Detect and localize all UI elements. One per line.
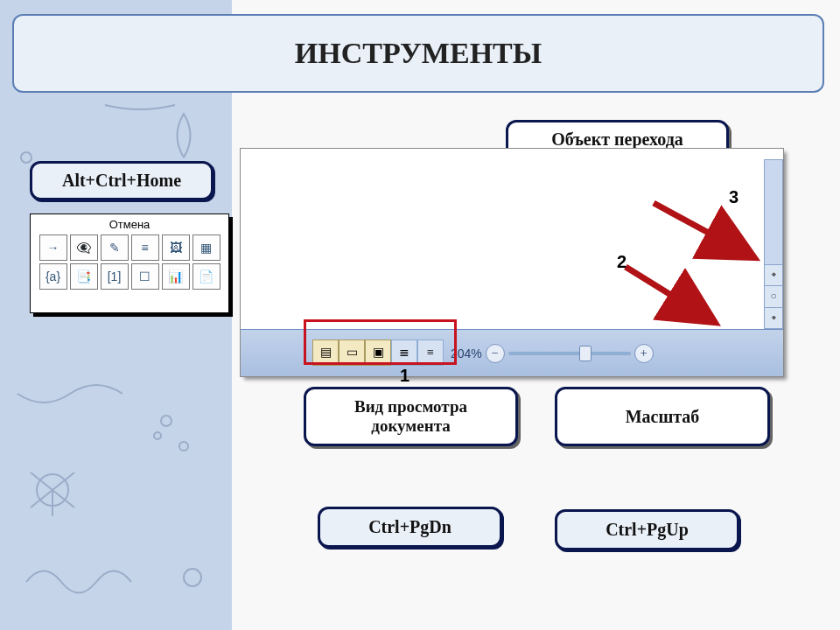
title-panel: ИНСТРУМЕНТЫ [12, 14, 824, 93]
zoom-label: Масштаб [626, 407, 700, 427]
zoom-percentage[interactable]: 204% [451, 346, 482, 360]
svg-point-4 [154, 432, 161, 439]
svg-point-3 [161, 416, 172, 426]
word-screenshot: 🠹 ○ 🠻 3 2 ▤ ▭ ▣ ≣ ≡ 204% − + 1 [241, 149, 783, 376]
navigation-dialog: Отмена → 👁‍🗨 ✎ ≡ 🖼 ▦ {a} 📑 [1] ☐ 📊 📄 [30, 214, 229, 313]
callout-pgdn: Ctrl+PgDn [318, 507, 502, 548]
nav-cell-footnote[interactable]: [1] [101, 263, 129, 290]
view-fullscreen-button[interactable]: ▭ [339, 340, 365, 366]
nav-object-label: Объект перехода [551, 130, 683, 150]
page-title: ИНСТРУМЕНТЫ [295, 37, 542, 70]
nav-cell-find[interactable]: 👁‍🗨 [70, 234, 98, 261]
svg-line-6 [654, 203, 755, 258]
zoom-out-button[interactable]: − [486, 344, 505, 363]
callout-shortcut-home: Alt+Ctrl+Home [30, 161, 214, 200]
zoom-group: 204% − + [451, 344, 654, 363]
decorative-sidebar [0, 0, 232, 630]
svg-line-7 [626, 267, 716, 323]
view-buttons: ▤ ▭ ▣ ≣ ≡ [312, 340, 444, 368]
callout-pgup: Ctrl+PgUp [555, 509, 739, 550]
pgdn-label: Ctrl+PgDn [368, 517, 452, 537]
marker-2: 2 [617, 252, 626, 272]
nav-cell-arrow[interactable]: → [39, 234, 67, 261]
nav-cell-comment[interactable]: ☐ [131, 263, 159, 290]
svg-point-1 [21, 152, 32, 163]
nav-cell-page[interactable]: 📄 [192, 263, 220, 290]
zoom-slider-thumb[interactable] [579, 346, 592, 361]
nav-cell-section[interactable]: 📊 [162, 263, 190, 290]
nav-cell-field[interactable]: {a} [39, 263, 67, 290]
dialog-grid: → 👁‍🗨 ✎ ≡ 🖼 ▦ {a} 📑 [1] ☐ 📊 📄 [39, 234, 220, 290]
callout-zoom: Масштаб [555, 387, 770, 446]
marker-3: 3 [729, 187, 738, 207]
view-web-button[interactable]: ▣ [365, 340, 391, 366]
pgup-label: Ctrl+PgUp [606, 520, 689, 540]
view-draft-button[interactable]: ≡ [417, 340, 444, 366]
svg-point-2 [184, 569, 201, 586]
zoom-in-button[interactable]: + [634, 344, 654, 363]
nav-cell-heading[interactable]: ≡ [131, 234, 159, 261]
view-mode-label: Вид просмотра документа [313, 397, 508, 436]
status-bar: ▤ ▭ ▣ ≣ ≡ 204% − + [241, 329, 783, 376]
nav-cell-endnote[interactable]: 📑 [70, 263, 98, 290]
shortcut-home-label: Alt+Ctrl+Home [62, 171, 181, 191]
dialog-title: Отмена [109, 218, 150, 231]
zoom-slider[interactable] [508, 352, 631, 355]
nav-cell-edit[interactable]: ✎ [101, 234, 129, 261]
nav-cell-graphic[interactable]: 🖼 [162, 234, 190, 261]
view-outline-button[interactable]: ≣ [391, 340, 417, 366]
callout-view-mode: Вид просмотра документа [304, 387, 518, 446]
marker-1: 1 [400, 366, 410, 386]
svg-point-5 [179, 442, 188, 451]
nav-cell-table[interactable]: ▦ [192, 234, 220, 261]
view-print-layout-button[interactable]: ▤ [312, 340, 339, 366]
